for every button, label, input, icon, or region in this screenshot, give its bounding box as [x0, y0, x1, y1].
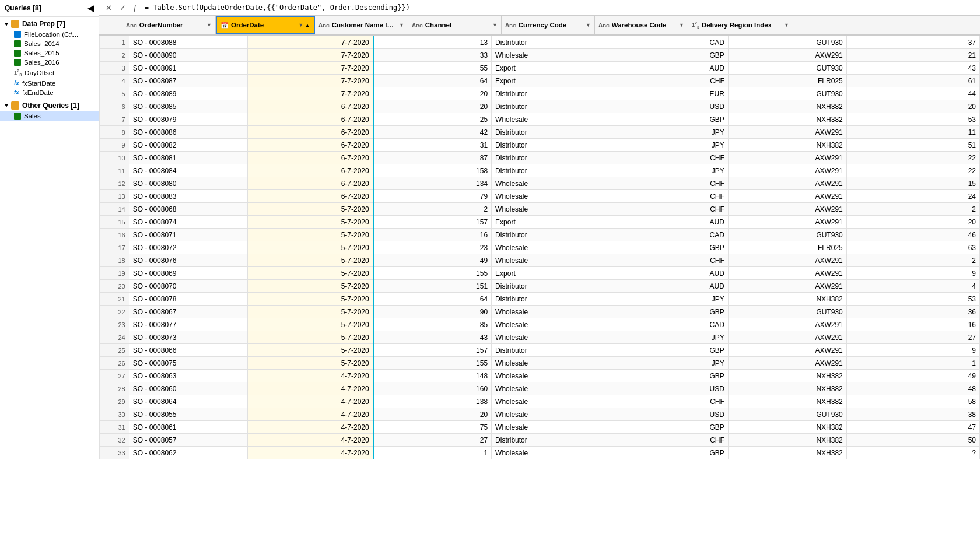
row-number: 11 — [100, 164, 130, 177]
table-row[interactable]: 25 SO - 0008066 5-7-2020 157 Distributor… — [100, 344, 980, 357]
table-row[interactable]: 14 SO - 0008068 5-7-2020 2 Wholesale CHF… — [100, 203, 980, 216]
table-row[interactable]: 26 SO - 0008075 5-7-2020 155 Wholesale J… — [100, 357, 980, 370]
row-number: 23 — [100, 318, 130, 331]
col-header-warehouse-dropdown[interactable]: ▼ — [679, 22, 684, 28]
table-row[interactable]: 18 SO - 0008076 5-7-2020 49 Wholesale CH… — [100, 254, 980, 267]
cell-channel: Wholesale — [492, 408, 610, 421]
cell-channel: Distributor — [492, 344, 610, 357]
table-row[interactable]: 27 SO - 0008063 4-7-2020 148 Wholesale G… — [100, 370, 980, 382]
col-header-orderdate-sort-asc[interactable]: ▲ — [304, 22, 310, 29]
table-row[interactable]: 11 SO - 0008084 6-7-2020 158 Distributor… — [100, 164, 980, 177]
col-header-delivery-dropdown[interactable]: ▼ — [784, 22, 789, 28]
table-row[interactable]: 19 SO - 0008069 5-7-2020 155 Export AUD … — [100, 267, 980, 280]
sidebar-item-fxenddate[interactable]: fx fxEndDate — [0, 88, 99, 97]
table-row[interactable]: 13 SO - 0008083 6-7-2020 79 Wholesale CH… — [100, 190, 980, 203]
cell-orderdate: 5-7-2020 — [247, 357, 373, 370]
cell-warehouse: GUT930 — [728, 229, 846, 241]
table-row[interactable]: 3 SO - 0008091 7-7-2020 55 Export AUD GU… — [100, 62, 980, 75]
col-header-customername[interactable]: ABC Customer Name Index ▼ — [315, 16, 408, 34]
table-row[interactable]: 28 SO - 0008060 4-7-2020 160 Wholesale U… — [100, 382, 980, 395]
cell-orderdate: 6-7-2020 — [247, 164, 373, 177]
cell-ordernumber: SO - 0008073 — [129, 331, 247, 344]
col-header-currency[interactable]: ABC Currency Code ▼ — [502, 16, 595, 34]
table-row[interactable]: 22 SO - 0008067 5-7-2020 90 Wholesale GB… — [100, 306, 980, 318]
col-header-warehouse[interactable]: ABC Warehouse Code ▼ — [595, 16, 688, 34]
cell-channel: Distributor — [492, 36, 610, 49]
table-row[interactable]: 33 SO - 0008062 4-7-2020 1 Wholesale GBP… — [100, 447, 980, 459]
table-row[interactable]: 32 SO - 0008057 4-7-2020 27 Distributor … — [100, 434, 980, 447]
cell-currency: JPY — [610, 164, 728, 177]
sidebar-section-other: ▼ Other Queries [1] Sales — [0, 99, 99, 122]
table-row[interactable]: 21 SO - 0008078 5-7-2020 64 Distributor … — [100, 293, 980, 306]
table-row[interactable]: 15 SO - 0008074 5-7-2020 157 Export AUD … — [100, 216, 980, 229]
sidebar-item-sales2015-label: Sales_2015 — [24, 50, 60, 57]
sidebar-item-fxstartdate[interactable]: fx fxStartDate — [0, 79, 99, 88]
cell-channel: Wholesale — [492, 382, 610, 395]
table-row[interactable]: 12 SO - 0008080 6-7-2020 134 Wholesale C… — [100, 177, 980, 190]
sidebar-item-sales2015[interactable]: Sales_2015 — [0, 48, 99, 58]
row-number: 14 — [100, 203, 130, 216]
col-header-orderdate[interactable]: 📅 OrderDate ▼ ▲ — [216, 16, 315, 34]
col-header-channel-dropdown[interactable]: ▼ — [492, 22, 498, 28]
cell-customer: 16 — [373, 229, 492, 241]
col-header-ordernumber[interactable]: ABC OrderNumber ▼ — [123, 16, 216, 34]
sidebar-item-filelocation[interactable]: FileLocation (C:\... — [0, 30, 99, 39]
table-row[interactable]: 7 SO - 0008079 6-7-2020 25 Wholesale GBP… — [100, 113, 980, 126]
cell-delivery: 43 — [846, 62, 979, 75]
sidebar-header: Queries [8] ◀ — [0, 0, 99, 17]
data-table-area[interactable]: 1 SO - 0008088 7-7-2020 13 Distributor C… — [99, 36, 980, 551]
sidebar-item-dayoffset[interactable]: 123 DayOffset — [0, 67, 99, 79]
cell-currency: CHF — [610, 203, 728, 216]
sidebar-group-other[interactable]: ▼ Other Queries [1] — [0, 100, 99, 111]
col-header-ordernumber-label: OrderNumber — [139, 22, 204, 29]
col-header-orderdate-dropdown[interactable]: ▼ — [298, 22, 303, 28]
collapse-sidebar-icon[interactable]: ◀ — [88, 3, 94, 13]
cell-warehouse: NXH382 — [728, 139, 846, 152]
cell-delivery: 50 — [846, 434, 979, 447]
table-row[interactable]: 31 SO - 0008061 4-7-2020 75 Wholesale GB… — [100, 421, 980, 434]
table-row[interactable]: 23 SO - 0008077 5-7-2020 85 Wholesale CA… — [100, 318, 980, 331]
table-row[interactable]: 16 SO - 0008071 5-7-2020 16 Distributor … — [100, 229, 980, 241]
table-row[interactable]: 30 SO - 0008055 4-7-2020 20 Wholesale US… — [100, 408, 980, 421]
cell-delivery: 61 — [846, 75, 979, 87]
cell-warehouse: FLR025 — [728, 75, 846, 87]
cell-customer: 1 — [373, 447, 492, 459]
sidebar-item-sales2016[interactable]: Sales_2016 — [0, 58, 99, 67]
cell-warehouse: AXW291 — [728, 267, 846, 280]
data-table: 1 SO - 0008088 7-7-2020 13 Distributor C… — [99, 36, 980, 459]
cell-currency: CHF — [610, 434, 728, 447]
col-header-currency-dropdown[interactable]: ▼ — [586, 22, 591, 28]
sidebar-item-sales2014[interactable]: Sales_2014 — [0, 39, 99, 48]
cell-channel: Wholesale — [492, 395, 610, 408]
col-header-ordernumber-dropdown[interactable]: ▼ — [206, 22, 212, 28]
table-row[interactable]: 17 SO - 0008072 5-7-2020 23 Wholesale GB… — [100, 241, 980, 254]
sidebar-item-sales[interactable]: Sales — [0, 111, 99, 121]
table-row[interactable]: 1 SO - 0008088 7-7-2020 13 Distributor C… — [100, 36, 980, 49]
table-row[interactable]: 6 SO - 0008085 6-7-2020 20 Distributor U… — [100, 100, 980, 113]
table-row[interactable]: 2 SO - 0008090 7-7-2020 33 Wholesale GBP… — [100, 49, 980, 62]
table-row[interactable]: 4 SO - 0008087 7-7-2020 64 Export CHF FL… — [100, 75, 980, 87]
cell-currency: JPY — [610, 331, 728, 344]
table-icon — [14, 59, 21, 66]
cell-customer: 138 — [373, 395, 492, 408]
table-row[interactable]: 29 SO - 0008064 4-7-2020 138 Wholesale C… — [100, 395, 980, 408]
cancel-formula-button[interactable]: ✕ — [103, 2, 114, 13]
sidebar-group-dataprep[interactable]: ▼ Data Prep [7] — [0, 18, 99, 30]
row-number: 28 — [100, 382, 130, 395]
cell-customer: 85 — [373, 318, 492, 331]
col-header-channel[interactable]: ABC Channel ▼ — [408, 16, 502, 34]
table-row[interactable]: 5 SO - 0008089 7-7-2020 20 Distributor E… — [100, 87, 980, 100]
table-row[interactable]: 8 SO - 0008086 6-7-2020 42 Distributor J… — [100, 126, 980, 139]
col-header-customername-dropdown[interactable]: ▼ — [399, 22, 404, 28]
col-header-delivery[interactable]: 123 Delivery Region Index ▼ — [688, 16, 793, 34]
cell-currency: GBP — [610, 306, 728, 318]
formula-content[interactable]: = Table.Sort(UpdateOrderDate,{{"OrderDat… — [142, 2, 977, 13]
cell-orderdate: 6-7-2020 — [247, 139, 373, 152]
cell-ordernumber: SO - 0008068 — [129, 203, 247, 216]
cell-currency: EUR — [610, 87, 728, 100]
table-row[interactable]: 20 SO - 0008070 5-7-2020 151 Distributor… — [100, 280, 980, 293]
table-row[interactable]: 10 SO - 0008081 6-7-2020 87 Distributor … — [100, 152, 980, 164]
table-row[interactable]: 24 SO - 0008073 5-7-2020 43 Wholesale JP… — [100, 331, 980, 344]
accept-formula-button[interactable]: ✓ — [117, 2, 128, 13]
table-row[interactable]: 9 SO - 0008082 6-7-2020 31 Distributor J… — [100, 139, 980, 152]
